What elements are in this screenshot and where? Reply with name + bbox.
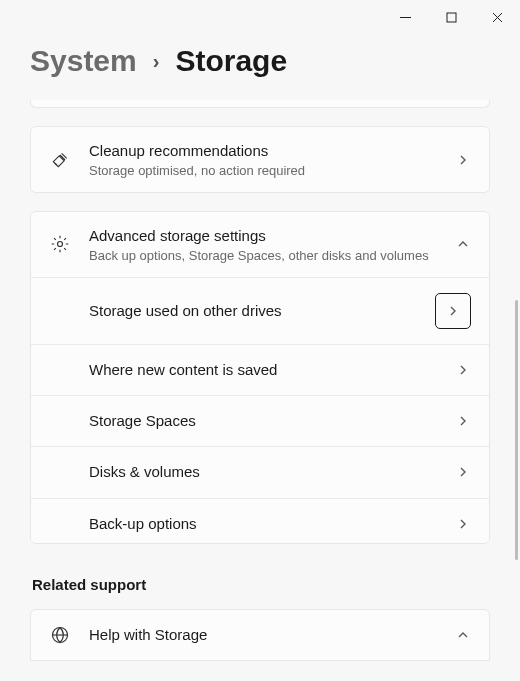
chevron-right-icon [455, 362, 471, 378]
cleanup-recommendations-row[interactable]: Cleanup recommendations Storage optimise… [30, 126, 490, 193]
chevron-right-icon [455, 413, 471, 429]
sub-item-storage-other-drives[interactable]: Storage used on other drives [31, 278, 489, 345]
sub-item-storage-spaces[interactable]: Storage Spaces [31, 396, 489, 447]
cleanup-title: Cleanup recommendations [89, 141, 437, 161]
globe-icon [49, 624, 71, 646]
advanced-storage-group: Advanced storage settings Back up option… [30, 211, 490, 544]
chevron-right-icon[interactable] [435, 293, 471, 329]
gear-icon [49, 233, 71, 255]
sub-item-disks-volumes[interactable]: Disks & volumes [31, 447, 489, 498]
svg-rect-1 [447, 13, 456, 22]
sub-item-label: Storage used on other drives [89, 301, 435, 321]
sub-item-backup-options[interactable]: Back-up options [31, 499, 489, 544]
chevron-right-icon [455, 152, 471, 168]
chevron-right-icon [455, 464, 471, 480]
help-title: Help with Storage [89, 625, 437, 645]
help-with-storage-row[interactable]: Help with Storage [30, 609, 490, 661]
advanced-title: Advanced storage settings [89, 226, 437, 246]
advanced-subtitle: Back up options, Storage Spaces, other d… [89, 248, 437, 263]
partial-card[interactable] [30, 100, 490, 108]
related-support-heading: Related support [32, 576, 490, 593]
content-area: Cleanup recommendations Storage optimise… [0, 100, 520, 661]
breadcrumb: System › Storage [0, 34, 520, 100]
sub-item-label: Where new content is saved [89, 360, 455, 380]
maximize-button[interactable] [428, 1, 474, 33]
cleanup-subtitle: Storage optimised, no action required [89, 163, 437, 178]
sub-item-label: Storage Spaces [89, 411, 455, 431]
titlebar [0, 0, 520, 34]
sub-item-label: Disks & volumes [89, 462, 455, 482]
breadcrumb-parent[interactable]: System [30, 44, 137, 78]
svg-point-4 [58, 242, 63, 247]
broom-icon [49, 149, 71, 171]
close-button[interactable] [474, 1, 520, 33]
minimize-button[interactable] [382, 1, 428, 33]
chevron-right-icon: › [153, 50, 160, 73]
sub-item-label: Back-up options [89, 514, 455, 534]
chevron-up-icon [455, 236, 471, 252]
chevron-right-icon [455, 516, 471, 532]
scrollbar-thumb[interactable] [515, 300, 518, 560]
sub-item-where-new-content[interactable]: Where new content is saved [31, 345, 489, 396]
advanced-storage-header[interactable]: Advanced storage settings Back up option… [31, 212, 489, 278]
chevron-up-icon [455, 627, 471, 643]
page-title: Storage [175, 44, 287, 78]
